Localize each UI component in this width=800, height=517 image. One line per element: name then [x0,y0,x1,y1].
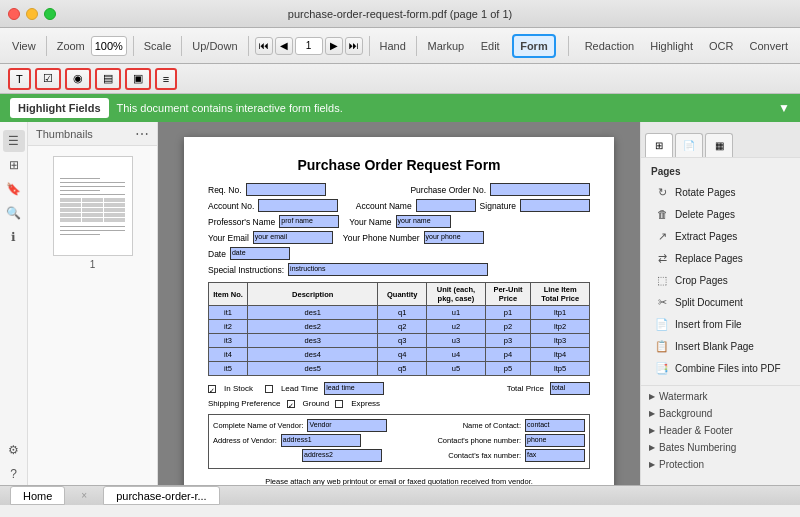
table-cell-unit[interactable]: u5 [427,362,486,376]
po-no-field[interactable] [490,183,590,196]
table-cell-desc[interactable]: des1 [248,306,378,320]
sidebar-icon-4[interactable]: ℹ [3,226,25,248]
pdf-area[interactable]: Purchase Order Request Form Req. No. Pur… [158,122,640,485]
sidebar-icon-2[interactable]: 🔖 [3,178,25,200]
vendor-address2-field[interactable]: address2 [302,449,382,462]
rpanel-tab-doc[interactable]: 📄 [675,133,703,157]
table-cell-total[interactable]: ltp2 [531,320,590,334]
prev-page-button[interactable]: ◀ [275,37,293,55]
contact-field[interactable]: contact [525,419,585,432]
right-panel-item-crop-pages[interactable]: ⬚Crop Pages [641,269,800,291]
table-cell-unit[interactable]: u1 [427,306,486,320]
table-cell-total[interactable]: ltp4 [531,348,590,362]
zoom-button[interactable]: Zoom [53,34,89,58]
table-cell-desc[interactable]: des4 [248,348,378,362]
hand-button[interactable]: Hand [376,34,410,58]
table-cell-price[interactable]: p4 [485,348,531,362]
page-number-input[interactable] [295,37,323,55]
sidebar-icon-3[interactable]: 🔍 [3,202,25,224]
table-cell-qty[interactable]: q4 [378,348,427,362]
form-tool-text[interactable]: T [8,68,31,90]
table-cell-total[interactable]: ltp1 [531,306,590,320]
ground-checkbox[interactable] [287,400,295,408]
form-tool-sign[interactable]: ≡ [155,68,177,90]
zoom-input[interactable] [91,36,127,56]
table-cell-qty[interactable]: q5 [378,362,427,376]
table-cell-qty[interactable]: q2 [378,320,427,334]
signature-field[interactable] [520,199,590,212]
table-cell-desc[interactable]: des3 [248,334,378,348]
table-cell-unit[interactable]: u4 [427,348,486,362]
table-cell-item[interactable]: it5 [209,362,248,376]
right-panel-item-replace-pages[interactable]: ⇄Replace Pages [641,247,800,269]
sidebar-thumbnail-icon[interactable]: ☰ [3,130,25,152]
form-tool-combo[interactable]: ▣ [125,68,151,90]
table-cell-item[interactable]: it1 [209,306,248,320]
vendor-address1-field[interactable]: address1 [281,434,361,447]
account-name-field[interactable] [416,199,476,212]
edit-button[interactable]: Edit [476,34,504,58]
contact-fax-field[interactable]: fax [525,449,585,462]
table-cell-total[interactable]: ltp3 [531,334,590,348]
sidebar-icon-bottom1[interactable]: ⚙ [3,439,25,461]
table-cell-item[interactable]: it2 [209,320,248,334]
leadtime-checkbox[interactable] [265,385,273,393]
email-field[interactable]: your email [253,231,333,244]
sidebar-icon-1[interactable]: ⊞ [3,154,25,176]
collapsible-watermark[interactable]: ▶Watermark [641,388,800,405]
table-cell-qty[interactable]: q1 [378,306,427,320]
collapsible-background[interactable]: ▶Background [641,405,800,422]
prof-name-field[interactable]: prof name [279,215,339,228]
form-tool-radio[interactable]: ◉ [65,68,91,90]
rpanel-tab-layout[interactable]: ▦ [705,133,733,157]
convert-button[interactable]: Convert [745,34,792,58]
table-cell-price[interactable]: p5 [485,362,531,376]
vendor-name-field[interactable]: Vendor [307,419,387,432]
scale-button[interactable]: Scale [140,34,176,58]
leadtime-field[interactable]: lead time [324,382,384,395]
instock-checkbox[interactable] [208,385,216,393]
right-panel-item-combine-files-into-pdf[interactable]: 📑Combine Files into PDF [641,357,800,379]
your-name-field[interactable]: your name [396,215,451,228]
view-button[interactable]: View [8,34,40,58]
table-cell-total[interactable]: ltp5 [531,362,590,376]
total-field[interactable]: total [550,382,590,395]
right-panel-item-insert-from-file[interactable]: 📄Insert from File [641,313,800,335]
close-button[interactable] [8,8,20,20]
collapsible-header-&-footer[interactable]: ▶Header & Footer [641,422,800,439]
home-tab[interactable]: Home [10,486,65,505]
collapsible-bates-numbering[interactable]: ▶Bates Numbering [641,439,800,456]
table-cell-price[interactable]: p1 [485,306,531,320]
rpanel-tab-pages[interactable]: ⊞ [645,133,673,157]
highlight-button[interactable]: Highlight [646,34,697,58]
instructions-field[interactable]: instructions [288,263,488,276]
req-no-field[interactable] [246,183,326,196]
thumbnail-more-icon[interactable]: ⋯ [135,126,149,142]
next-page-button[interactable]: ▶ [325,37,343,55]
table-cell-desc[interactable]: des5 [248,362,378,376]
sidebar-icon-bottom2[interactable]: ? [3,463,25,485]
minimize-button[interactable] [26,8,38,20]
phone-field[interactable]: your phone [424,231,484,244]
date-field[interactable]: date [230,247,290,260]
maximize-button[interactable] [44,8,56,20]
collapsible-protection[interactable]: ▶Protection [641,456,800,473]
contact-phone-field[interactable]: phone [525,434,585,447]
last-page-button[interactable]: ⏭ [345,37,363,55]
form-button[interactable]: Form [512,34,556,58]
form-tool-list[interactable]: ▤ [95,68,121,90]
markup-button[interactable]: Markup [423,34,468,58]
file-tab[interactable]: purchase-order-r... [103,486,219,505]
table-cell-desc[interactable]: des2 [248,320,378,334]
first-page-button[interactable]: ⏮ [255,37,273,55]
thumbnail-page-1[interactable]: 1 [53,156,133,270]
table-cell-price[interactable]: p3 [485,334,531,348]
table-cell-item[interactable]: it4 [209,348,248,362]
table-cell-unit[interactable]: u2 [427,320,486,334]
table-cell-price[interactable]: p2 [485,320,531,334]
account-no-field[interactable] [258,199,338,212]
form-tool-checkbox[interactable]: ☑ [35,68,61,90]
table-cell-unit[interactable]: u3 [427,334,486,348]
right-panel-item-insert-blank-page[interactable]: 📋Insert Blank Page [641,335,800,357]
right-panel-item-delete-pages[interactable]: 🗑Delete Pages [641,203,800,225]
